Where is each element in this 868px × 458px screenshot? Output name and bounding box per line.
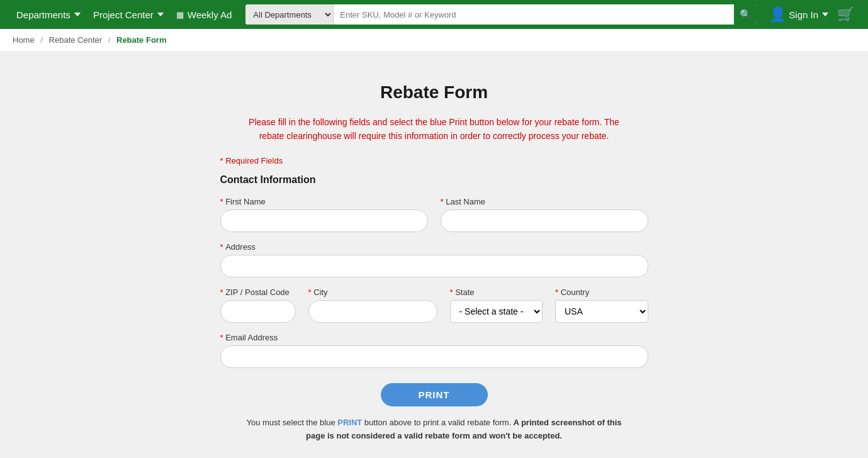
email-row: * Email Address xyxy=(220,333,648,368)
city-group: * City xyxy=(308,288,437,323)
breadcrumb-current: Rebate Form xyxy=(116,35,166,45)
weekly-ad-label: Weekly Ad xyxy=(188,9,232,20)
departments-label: Departments xyxy=(16,9,70,20)
cart-icon: 🛒 xyxy=(837,6,854,22)
print-note: You must select the blue PRINT button ab… xyxy=(220,416,648,443)
breadcrumb-sep-2: / xyxy=(108,35,111,45)
project-center-chevron-icon xyxy=(157,13,164,16)
search-input[interactable] xyxy=(334,4,734,25)
first-name-input[interactable] xyxy=(220,209,428,232)
required-note: * Required Fields xyxy=(220,156,648,165)
address-label: * Address xyxy=(220,242,648,252)
print-button[interactable]: PRINT xyxy=(381,383,488,406)
print-note-part1: You must select the blue xyxy=(246,418,337,427)
print-note-part2: button above to print a valid rebate for… xyxy=(362,418,511,427)
zip-input[interactable] xyxy=(220,300,296,323)
state-group: * State - Select a state - Alabama Alask… xyxy=(450,288,543,323)
page-background: Rebate Form Please fill in the following… xyxy=(0,51,868,458)
breadcrumb-rebate-center[interactable]: Rebate Center xyxy=(49,35,103,45)
state-label: * State xyxy=(450,288,543,297)
location-row: * ZIP / Postal Code * City * State - Sel… xyxy=(220,288,648,323)
last-name-group: * Last Name xyxy=(441,197,648,232)
breadcrumb-home[interactable]: Home xyxy=(13,35,35,45)
country-select[interactable]: USA Canada Mexico xyxy=(555,300,648,323)
first-name-group: * First Name xyxy=(220,197,428,232)
sign-in-nav[interactable]: 👤 Sign In xyxy=(764,6,833,23)
sign-in-label: Sign In xyxy=(789,9,818,20)
email-input[interactable] xyxy=(220,345,648,368)
project-center-label: Project Center xyxy=(93,9,154,20)
state-select[interactable]: - Select a state - Alabama Alaska Arizon… xyxy=(450,300,543,323)
city-input[interactable] xyxy=(308,300,437,323)
search-wrapper: All Departments Appliances Bath Building… xyxy=(245,4,757,25)
search-icon: 🔍 xyxy=(740,9,752,20)
breadcrumb-sep-1: / xyxy=(40,35,43,45)
project-center-nav[interactable]: Project Center xyxy=(87,0,170,29)
navbar: Departments Project Center ▦ Weekly Ad A… xyxy=(0,0,868,29)
sign-in-chevron-icon xyxy=(822,13,828,16)
country-group: * Country USA Canada Mexico xyxy=(555,288,648,323)
zip-label: * ZIP / Postal Code xyxy=(220,288,296,297)
breadcrumb: Home / Rebate Center / Rebate Form xyxy=(0,29,868,51)
name-row: * First Name * Last Name xyxy=(220,197,648,232)
address-group: * Address xyxy=(220,242,648,277)
contact-info-section-title: Contact Information xyxy=(220,174,648,186)
address-row: * Address xyxy=(220,242,648,277)
last-name-input[interactable] xyxy=(441,209,648,232)
form-description: Please fill in the following fields and … xyxy=(220,115,648,143)
user-icon: 👤 xyxy=(769,6,786,23)
address-input[interactable] xyxy=(220,255,648,277)
cart-nav[interactable]: 🛒 xyxy=(833,6,858,23)
weekly-ad-icon: ▦ xyxy=(176,10,184,20)
departments-chevron-icon xyxy=(74,13,81,16)
zip-group: * ZIP / Postal Code xyxy=(220,288,296,323)
weekly-ad-nav[interactable]: ▦ Weekly Ad xyxy=(170,0,239,29)
department-select[interactable]: All Departments Appliances Bath Building… xyxy=(245,4,334,25)
departments-nav[interactable]: Departments xyxy=(10,0,87,29)
form-container: Rebate Form Please fill in the following… xyxy=(195,64,674,458)
email-group: * Email Address xyxy=(220,333,648,368)
email-label: * Email Address xyxy=(220,333,648,342)
first-name-label: * First Name xyxy=(220,197,428,206)
city-label: * City xyxy=(308,288,437,297)
country-label: * Country xyxy=(555,288,648,297)
search-button[interactable]: 🔍 xyxy=(734,4,757,25)
last-name-label: * Last Name xyxy=(441,197,648,206)
form-title: Rebate Form xyxy=(220,82,648,103)
print-note-highlight: PRINT xyxy=(337,418,362,427)
